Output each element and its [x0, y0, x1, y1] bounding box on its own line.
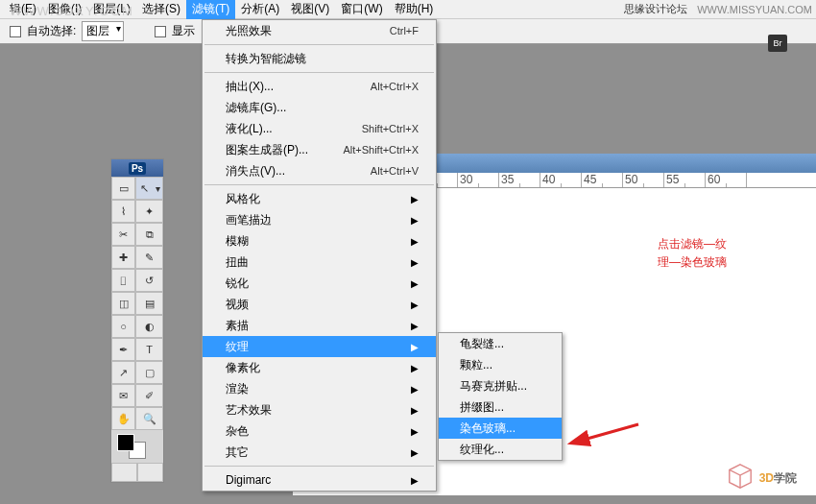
tool-move[interactable]: ↖	[135, 177, 163, 200]
bridge-icon[interactable]: Br	[768, 35, 787, 52]
standard-mode[interactable]	[111, 463, 137, 482]
filter-item[interactable]: 视频▶	[203, 294, 436, 315]
menu-image[interactable]: 图像(I)	[42, 0, 87, 19]
filter-item[interactable]: 消失点(V)...Alt+Ctrl+V	[203, 160, 436, 181]
menu-bar: 辑(E) 图像(I) 图层(L) 选择(S) 滤镜(T) 分析(A) 视图(V)…	[0, 0, 816, 19]
menu-view[interactable]: 视图(V)	[285, 0, 335, 19]
tool-brush[interactable]: ✎	[135, 246, 163, 269]
filter-item[interactable]: 风格化▶	[203, 188, 436, 209]
tool-slice[interactable]: ⧉	[135, 223, 163, 246]
tool-pen[interactable]: ✒	[111, 338, 135, 361]
filter-item[interactable]: 抽出(X)...Alt+Ctrl+X	[203, 76, 436, 97]
forum-url: WWW.MISSYUAN.COM	[697, 4, 812, 15]
forum-link[interactable]: 思缘设计论坛	[624, 2, 687, 16]
tool-type[interactable]: T	[135, 338, 163, 361]
menu-window[interactable]: 窗口(W)	[335, 0, 388, 19]
show-checkbox[interactable]	[155, 26, 166, 37]
menu-filter[interactable]: 滤镜(T)	[186, 0, 235, 19]
arrow-annotation	[576, 422, 643, 454]
logo-text: 3D学院	[759, 467, 797, 487]
tools-panel: Ps ▭ ↖ ⌇ ✦ ✂ ⧉ ✚ ✎ ⌷ ↺ ◫ ▤ ○ ◐ ✒ T ↗ ▢ ✉…	[110, 158, 164, 483]
menu-edit[interactable]: 辑(E)	[4, 0, 42, 19]
texture-item[interactable]: 纹理化...	[439, 439, 562, 460]
tool-history[interactable]: ↺	[135, 269, 163, 292]
quick-mask-row	[111, 463, 163, 482]
texture-item[interactable]: 拼缀图...	[439, 396, 562, 418]
tool-shape[interactable]: ▢	[135, 361, 163, 384]
tool-dodge[interactable]: ◐	[135, 315, 163, 338]
tool-wand[interactable]: ✦	[135, 200, 163, 223]
color-swatches[interactable]	[111, 430, 163, 463]
tools-header[interactable]: Ps	[111, 159, 163, 177]
filter-item[interactable]: 液化(L)...Shift+Ctrl+X	[203, 118, 436, 139]
auto-select-label: 自动选择:	[27, 23, 76, 39]
annotation-line1: 点击滤镜—纹	[658, 235, 727, 253]
annotation-line2: 理—染色玻璃	[658, 253, 727, 272]
fg-color[interactable]	[117, 434, 134, 451]
tool-path[interactable]: ↗	[111, 361, 135, 384]
cube-icon	[727, 463, 754, 490]
filter-item[interactable]: 素描▶	[203, 315, 436, 336]
filter-item[interactable]: 艺术效果▶	[203, 399, 436, 420]
texture-item[interactable]: 染色玻璃...	[439, 418, 562, 439]
menu-help[interactable]: 帮助(H)	[389, 0, 440, 19]
filter-item[interactable]: 纹理▶	[203, 336, 436, 357]
logo-3d-academy: 3D学院	[727, 463, 797, 490]
filter-item[interactable]: 模糊▶	[203, 230, 436, 252]
tool-lasso[interactable]: ⌇	[111, 200, 135, 223]
quick-mask-mode[interactable]	[137, 463, 163, 482]
filter-item[interactable]: 图案生成器(P)...Alt+Shift+Ctrl+X	[203, 139, 436, 160]
menu-analysis[interactable]: 分析(A)	[235, 0, 285, 19]
texture-item[interactable]: 龟裂缝...	[439, 333, 562, 354]
tool-marquee[interactable]: ▭	[111, 177, 135, 200]
auto-select-checkbox[interactable]	[10, 26, 21, 37]
filter-item[interactable]: 扭曲▶	[203, 252, 436, 273]
texture-item[interactable]: 马赛克拼贴...	[439, 375, 562, 396]
tool-notes[interactable]: ✉	[111, 384, 135, 407]
filter-item[interactable]: 锐化▶	[203, 273, 436, 294]
filter-item[interactable]: 渲染▶	[203, 378, 436, 399]
tool-blur[interactable]: ○	[111, 315, 135, 338]
ps-icon: Ps	[129, 162, 146, 175]
tool-eraser[interactable]: ◫	[111, 292, 135, 315]
menu-layer[interactable]: 图层(L)	[87, 0, 136, 19]
filter-item[interactable]: 其它▶	[203, 442, 436, 463]
filter-dropdown: 光照效果Ctrl+F转换为智能滤镜抽出(X)...Alt+Ctrl+X滤镜库(G…	[202, 19, 437, 492]
tool-hand[interactable]: ✋	[111, 407, 135, 430]
filter-item[interactable]: 画笔描边▶	[203, 209, 436, 230]
tool-zoom[interactable]: 🔍	[135, 407, 163, 430]
menu-select[interactable]: 选择(S)	[136, 0, 186, 19]
tool-crop[interactable]: ✂	[111, 223, 135, 246]
show-label: 显示	[172, 23, 195, 39]
auto-select-dropdown[interactable]: 图层	[82, 21, 124, 41]
texture-item[interactable]: 颗粒...	[439, 354, 562, 375]
filter-item[interactable]: 杂色▶	[203, 420, 436, 442]
filter-item[interactable]: 像素化▶	[203, 357, 436, 378]
tool-gradient[interactable]: ▤	[135, 292, 163, 315]
filter-item[interactable]: 转换为智能滤镜	[203, 48, 436, 69]
svg-line-0	[584, 424, 638, 440]
annotation-text: 点击滤镜—纹 理—染色玻璃	[658, 235, 727, 272]
filter-item[interactable]: 滤镜库(G)...	[203, 97, 436, 118]
tool-eyedrop[interactable]: ✐	[135, 384, 163, 407]
tool-stamp[interactable]: ⌷	[111, 269, 135, 292]
texture-submenu: 龟裂缝...颗粒...马赛克拼贴...拼缀图...染色玻璃...纹理化...	[438, 332, 563, 461]
tool-heal[interactable]: ✚	[111, 246, 135, 269]
filter-item[interactable]: 光照效果Ctrl+F	[203, 20, 436, 41]
filter-item[interactable]: Digimarc▶	[203, 469, 436, 491]
